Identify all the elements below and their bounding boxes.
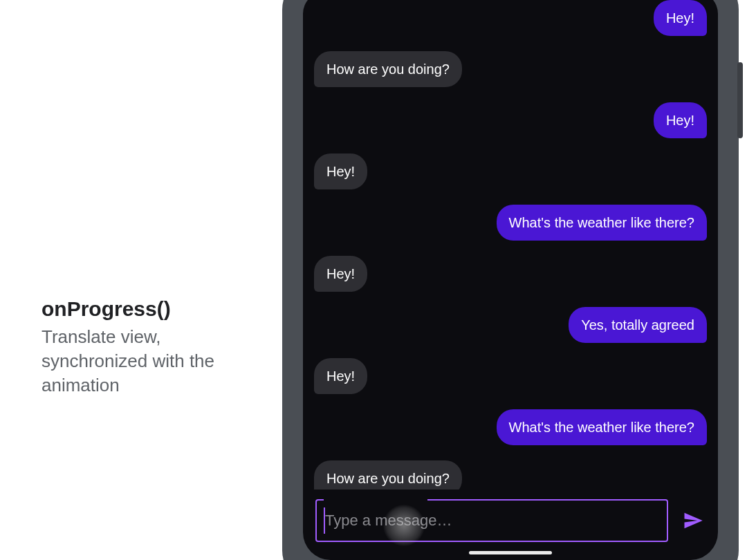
incoming-message-bubble[interactable]: Hey! xyxy=(314,153,367,189)
incoming-message-bubble[interactable]: Hey! xyxy=(314,256,367,292)
message-input[interactable] xyxy=(315,499,668,542)
message-row: Hey! xyxy=(314,358,707,394)
message-row: Hey! xyxy=(314,153,707,189)
caption-title: onProgress() xyxy=(42,297,263,321)
message-row: Yes, totally agreed xyxy=(314,307,707,343)
outgoing-message-bubble[interactable]: Yes, totally agreed xyxy=(569,307,707,343)
outgoing-message-bubble[interactable]: What's the weather like there? xyxy=(497,409,707,445)
message-input-wrap[interactable] xyxy=(315,499,668,542)
message-row: How are you doing? xyxy=(314,51,707,87)
message-row: Hey! xyxy=(314,0,707,36)
phone-screen: Hey!How are you doing?Hey!Hey!What's the… xyxy=(303,0,718,560)
messages-list[interactable]: Hey!How are you doing?Hey!Hey!What's the… xyxy=(303,0,718,489)
incoming-message-bubble[interactable]: How are you doing? xyxy=(314,51,462,87)
outgoing-message-bubble[interactable]: What's the weather like there? xyxy=(497,205,707,241)
message-composer xyxy=(303,489,718,560)
message-row: Hey! xyxy=(314,102,707,138)
outgoing-message-bubble[interactable]: Hey! xyxy=(654,102,707,138)
send-button[interactable] xyxy=(681,508,706,533)
caption-description: Translate view, synchronized with the an… xyxy=(42,325,263,398)
callout-caption: onProgress() Translate view, synchronize… xyxy=(42,297,263,398)
send-icon xyxy=(683,510,703,531)
outgoing-message-bubble[interactable]: Hey! xyxy=(654,0,707,36)
incoming-message-bubble[interactable]: Hey! xyxy=(314,358,367,394)
home-indicator xyxy=(469,551,552,554)
message-row: How are you doing? xyxy=(314,460,707,489)
message-row: Hey! xyxy=(314,256,707,292)
incoming-message-bubble[interactable]: How are you doing? xyxy=(314,460,462,489)
phone-mockup: Hey!How are you doing?Hey!Hey!What's the… xyxy=(282,0,739,560)
phone-side-button xyxy=(737,62,743,138)
message-row: What's the weather like there? xyxy=(314,205,707,241)
message-row: What's the weather like there? xyxy=(314,409,707,445)
